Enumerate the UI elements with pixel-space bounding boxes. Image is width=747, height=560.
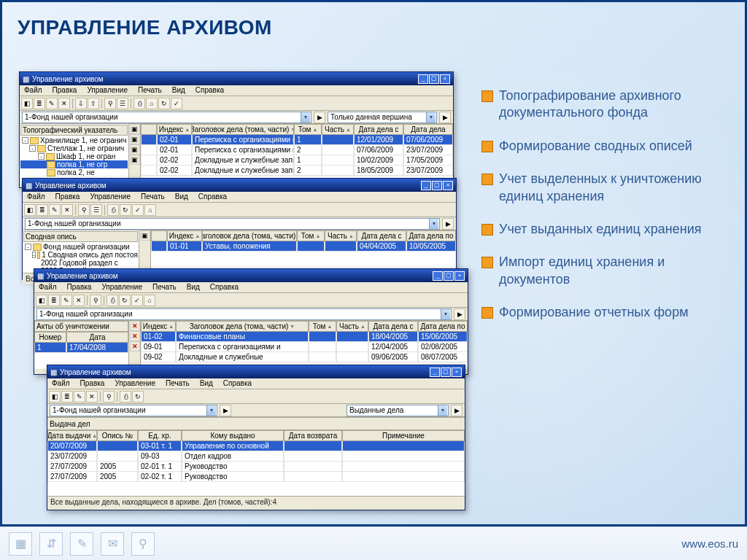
table-row[interactable]: 02-01Переписка с организациями и112/01/2… xyxy=(141,135,453,145)
menubar[interactable]: Файл Правка Управление Печать Вид Справк… xyxy=(23,192,456,203)
menu-view[interactable]: Вид xyxy=(169,85,188,96)
titlebar[interactable]: ▦Управление архивом _▢× xyxy=(47,365,465,378)
col-title[interactable]: Заголовок дела (тома, части) xyxy=(176,321,309,332)
table-row[interactable]: 20/07/200903-01 т. 1Управление по основн… xyxy=(47,441,465,451)
tool-icon[interactable]: ↻ xyxy=(158,98,170,109)
col-part[interactable]: Часть xyxy=(322,124,354,135)
col-date-from[interactable]: Дата дела с xyxy=(357,230,406,241)
col-icon[interactable] xyxy=(141,124,157,135)
menu-view[interactable]: Вид xyxy=(184,282,203,292)
close-icon[interactable]: × xyxy=(440,74,450,84)
table-row[interactable]: 23/07/200909-03Отдел кадров xyxy=(47,451,465,462)
tool-icon[interactable]: ⇧ xyxy=(88,98,99,109)
tool-icon[interactable]: ⚲ xyxy=(103,391,115,402)
tool-icon[interactable]: ✓ xyxy=(171,98,182,109)
maximize-icon[interactable]: ▢ xyxy=(441,368,451,377)
menu-file[interactable]: Файл xyxy=(21,85,45,96)
col-date-to[interactable]: Дата дела xyxy=(403,124,453,135)
go-icon[interactable]: ▶ xyxy=(220,405,231,416)
tool-icon[interactable]: ⎙ xyxy=(107,204,119,216)
table-row[interactable]: 27/07/2009200502-01 т. 1Руководство xyxy=(47,462,465,472)
minimize-icon[interactable]: _ xyxy=(418,74,428,84)
tool-icon[interactable]: ✎ xyxy=(74,391,85,402)
table-row[interactable]: 09-02Докладные и служебные09/06/200508/0… xyxy=(141,352,468,362)
tool-icon[interactable]: ⌂ xyxy=(144,204,156,216)
row-action-icon[interactable]: ▣ xyxy=(130,155,140,165)
titlebar[interactable]: ▦Управление архивом _▢× xyxy=(34,269,468,282)
filter-combo[interactable]: Выданные дела xyxy=(347,405,449,416)
col-tom[interactable]: Том xyxy=(294,124,322,135)
fund-combo[interactable]: 1-Фонд нашей организации xyxy=(50,405,217,416)
tool-icon[interactable]: ⚲ xyxy=(104,98,116,109)
minimize-icon[interactable]: _ xyxy=(430,368,440,377)
tool-icon[interactable]: ◧ xyxy=(36,295,47,306)
tool-icon[interactable]: ☰ xyxy=(90,204,102,216)
tool-icon[interactable]: ≣ xyxy=(61,391,73,402)
tool-icon[interactable]: ✕ xyxy=(73,295,85,306)
tree-node[interactable]: Хранилище 1, не огранич xyxy=(40,136,126,144)
tool-icon[interactable]: ✕ xyxy=(61,204,73,216)
menu-print[interactable]: Печать xyxy=(163,378,193,389)
tool-icon[interactable]: ✓ xyxy=(131,295,143,306)
col-index[interactable]: Индекс xyxy=(167,230,202,241)
maximize-icon[interactable]: ▢ xyxy=(429,74,439,84)
row-action-icon[interactable]: ▣ xyxy=(130,124,140,134)
tool-icon[interactable]: ✕ xyxy=(58,98,70,109)
menubar[interactable]: Файл Правка Управление Печать Вид Справк… xyxy=(20,85,453,96)
col-index[interactable]: Индекс xyxy=(141,321,176,332)
close-icon[interactable]: × xyxy=(454,271,465,281)
menu-print[interactable]: Печать xyxy=(150,282,179,292)
tree-panel[interactable]: Сводная опись -Фонд нашей организации -1… xyxy=(23,230,139,273)
tree-node[interactable]: 2002 Годовой раздел с xyxy=(41,259,118,267)
menu-edit[interactable]: Правка xyxy=(53,192,83,202)
tool-icon[interactable]: ⎙ xyxy=(133,98,145,109)
menu-help[interactable]: Справка xyxy=(193,85,227,96)
menu-help[interactable]: Справка xyxy=(196,192,230,202)
tool-icon[interactable]: ↻ xyxy=(120,204,131,216)
fund-combo[interactable]: 1-Фонд нашей организации xyxy=(25,218,440,230)
titlebar[interactable]: ▦Управление архивом _▢× xyxy=(20,72,453,85)
close-icon[interactable]: × xyxy=(443,181,453,190)
menu-file[interactable]: Файл xyxy=(36,282,60,292)
menu-view[interactable]: Вид xyxy=(172,192,191,202)
maximize-icon[interactable]: ▢ xyxy=(444,271,454,281)
col-date-from[interactable]: Дата дела с xyxy=(368,321,418,332)
table-row[interactable]: 02-02Докладные и служебные записки110/02… xyxy=(141,155,453,166)
menu-manage[interactable]: Управление xyxy=(84,85,131,96)
menubar[interactable]: Файл Правка Управление Печать Вид Справк… xyxy=(34,282,468,293)
row-action-icon[interactable]: ▣ xyxy=(130,144,140,155)
col-tom[interactable]: Том xyxy=(297,230,325,241)
tool-icon[interactable]: ⎙ xyxy=(107,295,118,306)
col-number[interactable]: Номер xyxy=(34,332,66,343)
col-tom[interactable]: Том xyxy=(309,321,336,332)
tool-icon[interactable]: ✓ xyxy=(132,204,144,216)
tool-icon[interactable]: ⚲ xyxy=(78,204,90,216)
tool-icon[interactable]: ✕ xyxy=(86,391,98,402)
col-unit[interactable]: Ед. хр. xyxy=(138,430,182,441)
tool-icon[interactable]: ≣ xyxy=(36,204,48,216)
col-title[interactable]: Заголовок дела (тома, части) xyxy=(202,230,297,241)
col-date-to[interactable]: Дата дела по xyxy=(418,321,468,332)
delete-icon[interactable]: ✕ xyxy=(130,331,140,341)
tree-node[interactable]: Шкаф 1, не огран xyxy=(56,152,115,160)
tree-panel[interactable]: Топографический указатель -Хранилище 1, … xyxy=(20,124,129,184)
row-action-icon[interactable]: ▣ xyxy=(130,134,140,144)
col-note[interactable]: Примечание xyxy=(342,430,465,441)
acts-panel[interactable]: Акты об уничтожении НомерДата 117/04/200… xyxy=(34,321,129,369)
close-icon[interactable]: × xyxy=(452,368,462,377)
tool-icon[interactable]: ✎ xyxy=(46,98,58,109)
menu-manage[interactable]: Управление xyxy=(98,282,145,292)
menu-manage[interactable]: Управление xyxy=(112,378,158,389)
menu-view[interactable]: Вид xyxy=(197,378,216,389)
col-date-from[interactable]: Дата дела с xyxy=(354,124,403,135)
tool-icon[interactable]: ≣ xyxy=(34,98,45,109)
titlebar[interactable]: ▦Управление архивом _▢× xyxy=(23,179,456,192)
menubar[interactable]: Файл Правка Управление Печать Вид Справк… xyxy=(47,378,465,389)
tool-icon[interactable]: ↻ xyxy=(119,295,131,306)
tool-icon[interactable]: ✎ xyxy=(61,295,72,306)
col-issued-to[interactable]: Кому выдано xyxy=(182,430,284,441)
go-icon[interactable]: ▶ xyxy=(314,112,325,123)
tool-icon[interactable]: ⎙ xyxy=(120,391,131,402)
tool-icon[interactable]: ⌂ xyxy=(144,295,155,306)
grid[interactable]: Дата выдачи Опись № Ед. хр. Кому выдано … xyxy=(47,430,465,496)
